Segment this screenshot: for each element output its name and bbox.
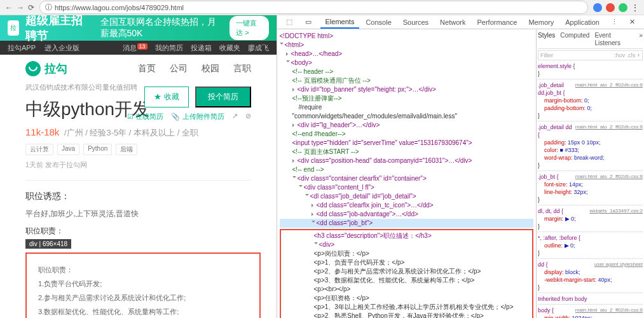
dom-line[interactable]: <dl class="job_detail" id="job_detail"> <box>280 192 533 201</box>
style-rule[interactable]: main.html_aio_2_ff02db.css:8body {min-wi… <box>538 307 643 318</box>
dom-line[interactable]: <p>1、负责平台代码开发；</p> <box>282 258 531 267</box>
publish-time: 1天前 发布于拉勾网 <box>25 160 251 170</box>
nav-delivery[interactable]: 投递箱 <box>191 43 212 53</box>
ext-icon-2[interactable] <box>606 3 615 12</box>
style-rule[interactable]: user agent stylesheetdd {display: block;… <box>538 261 643 293</box>
tab-application[interactable]: Application <box>560 17 605 28</box>
device-icon[interactable]: ▭ <box>300 16 317 28</box>
online-resume-link[interactable]: ☑ 在线简历 <box>127 112 163 121</box>
share-icon[interactable]: ↗ <box>232 112 238 121</box>
banner-cta-button[interactable]: 一键直达 > <box>230 16 268 40</box>
tab-console[interactable]: Console <box>360 17 396 28</box>
back-icon[interactable]: ← <box>5 3 13 12</box>
nav-app[interactable]: 拉勾APP <box>8 43 36 53</box>
tab-elements[interactable]: Elements <box>320 16 360 29</box>
dom-comment[interactable]: <!-- header --> <box>280 67 533 76</box>
dom-line[interactable]: <head>…</head> <box>280 50 533 59</box>
menu-icon[interactable]: ⋮ <box>631 3 639 12</box>
forward-icon[interactable]: → <box>17 3 24 12</box>
resp-line: 3.数据框架优化、性能优化、系统量构等工作; <box>38 305 248 318</box>
dom-comment[interactable]: <!--end #header--> <box>280 130 533 139</box>
dom-comment[interactable]: <!-- 页眉模块通用广告位 --> <box>280 76 533 85</box>
section-title-advantage: 职位诱惑： <box>25 191 251 202</box>
devtools-panel: ⬚ ▭ Elements Console Sources Network Per… <box>277 15 644 318</box>
hov-cls-toggle[interactable]: :hov .cls + <box>614 52 640 59</box>
dom-line[interactable]: <div class="content_l fl"> <box>280 183 533 192</box>
style-rule[interactable]: widgets_1a33497.css:2dl, dt, dd {margin:… <box>538 207 643 232</box>
dom-line[interactable]: <input type="hidden" id="serverTime" val… <box>280 139 533 148</box>
favorite-button[interactable]: ★ 收藏 <box>144 86 188 107</box>
tab-network[interactable]: Network <box>435 17 470 28</box>
nav-campus[interactable]: 校园 <box>202 63 219 74</box>
dom-line[interactable]: <dd class="job-advantage">…</dd> <box>280 210 533 219</box>
job-salary-line: 11k-18k /广州 / 经验3-5年 / 本科及以上 / 全职 <box>25 127 251 139</box>
dom-line[interactable]: <div> <box>282 240 531 249</box>
devtools-menu-icon[interactable]: ⋮ <box>606 16 623 28</box>
tab-memory[interactable]: Memory <box>523 17 559 28</box>
dom-line[interactable]: <h3 class="description">职位描述：</h3> <box>282 232 531 240</box>
dom-comment[interactable]: <!-- end --> <box>280 165 533 174</box>
dom-line[interactable]: <p>3、数据框架优化、性能优化、系统量构等工作；</p> <box>282 276 531 285</box>
dom-line[interactable]: <div class="container clearfix" id="cont… <box>280 174 533 183</box>
style-rule[interactable]: main.html_aio_2_ff02db.css:8.job_detail … <box>538 81 643 121</box>
dom-line[interactable]: <!DOCTYPE html> <box>280 32 533 41</box>
dom-line-selected[interactable]: <dd class="job_bt"> <box>280 219 533 228</box>
nav-favorites[interactable]: 收藏夹 <box>219 43 240 53</box>
resp-line: 1.负责平台代码开发; <box>38 277 248 291</box>
elements-tree[interactable]: <!DOCTYPE html> <html> <head>…</head> <b… <box>277 29 536 318</box>
nav-message[interactable]: 消息13 <box>123 43 147 53</box>
dom-line[interactable]: <html> <box>280 41 533 50</box>
tab-listeners[interactable]: Event Listeners <box>594 32 634 47</box>
reload-icon[interactable]: ⟳ <box>28 3 34 12</box>
resp-line: 2.参与相关产品需求讨论及系统设计和优化工作; <box>38 291 248 305</box>
nav-yanzhi[interactable]: 言职 <box>233 63 251 74</box>
tag-item: Python <box>83 144 112 155</box>
ext-icon-3[interactable] <box>619 3 627 12</box>
address-bar[interactable]: ⓘ https://www.lagou.com/jobs/4789029.htm… <box>39 1 588 14</box>
tab-styles[interactable]: Styles <box>538 32 555 47</box>
url-text: https://www.lagou.com/jobs/4789029.html <box>55 4 184 11</box>
tab-computed[interactable]: Computed <box>560 32 589 47</box>
dom-comment[interactable]: <!--预注册弹窗--> <box>280 94 533 103</box>
style-rule[interactable]: *, :after, :before {outline: ▶ 0;} <box>538 234 643 259</box>
inspect-icon[interactable]: ⬚ <box>281 16 298 28</box>
promo-banner[interactable]: 拉 超级雇主招聘节 全国互联网名企持续热招，月薪最高50K 一键直达 > <box>0 15 277 41</box>
dom-line[interactable]: <p>1、3年以上相关工作经验,本科以上学历,计算机相关专业优先；</p> <box>282 303 531 312</box>
upload-resume-link[interactable]: 📎 上传附件简历 <box>171 112 224 121</box>
nav-home[interactable]: 首页 <box>138 63 156 74</box>
styletabs-more-icon[interactable]: » <box>639 32 643 47</box>
dom-line[interactable]: <p>2、熟悉Shell、Python开发，有Java开发经验优先；</p> <box>282 312 531 318</box>
site-logo[interactable]: 拉勾 <box>25 61 67 76</box>
dom-line[interactable]: <div class="position-head" data-companyi… <box>280 156 533 165</box>
advantage-text: 平台好,加班少,上下班灵活,晋道快 <box>25 209 251 219</box>
styles-filter[interactable]: Filter :hov .cls + <box>538 50 643 60</box>
report-icon[interactable]: ⊘ <box>245 112 251 121</box>
devtools-close-icon[interactable]: ✕ <box>624 16 640 28</box>
dom-line[interactable]: <p><br></p> <box>282 285 531 294</box>
ext-icon-1[interactable] <box>593 3 602 12</box>
nav-enterprise[interactable]: 进入企业版 <box>45 43 79 53</box>
dom-line[interactable]: <p>岗位职责：</p> <box>282 249 531 258</box>
dom-line[interactable]: <p>2、参与相关产品需求讨论及系统设计和优化工作；</p> <box>282 267 531 276</box>
style-rule[interactable]: main.html_aio_2_ff02db.css:8.job_bt {fon… <box>538 173 643 205</box>
style-rule[interactable]: main.html_aio_2_ff02db.css:8.job_detail … <box>538 123 643 171</box>
dom-line[interactable]: <div id="lg_header">…</div> <box>280 121 533 130</box>
dom-line[interactable]: <div id="top_banner" style="height: px;"… <box>280 85 533 94</box>
dom-text[interactable]: #require <box>280 103 533 112</box>
style-rule[interactable]: Inherited from body <box>538 295 643 305</box>
tag-item: 云计算 <box>25 144 53 155</box>
tab-performance[interactable]: Performance <box>472 17 522 28</box>
dom-comment[interactable]: <!-- 页面主体START --> <box>280 148 533 156</box>
nav-resume[interactable]: 我的简历 <box>155 43 183 53</box>
dom-text[interactable]: "common/widgets/header_c/modules/emailva… <box>280 112 533 121</box>
tab-sources[interactable]: Sources <box>398 17 434 28</box>
site-header: 拉勾 首页 公司 校园 言职 <box>0 55 277 83</box>
salary-value: 11k-18k <box>25 127 59 137</box>
nav-company[interactable]: 公司 <box>170 63 188 74</box>
dom-line[interactable]: <body> <box>280 59 533 67</box>
send-resume-button[interactable]: 投个简历 <box>195 86 251 107</box>
dom-line[interactable]: <dd class="clearfix join_tc_icon">…</dd> <box>280 201 533 210</box>
style-rule[interactable]: element.style { } <box>538 62 643 80</box>
nav-username[interactable]: 廖成飞 <box>248 43 269 53</box>
dom-line[interactable]: <p>任职资格：</p> <box>282 294 531 303</box>
